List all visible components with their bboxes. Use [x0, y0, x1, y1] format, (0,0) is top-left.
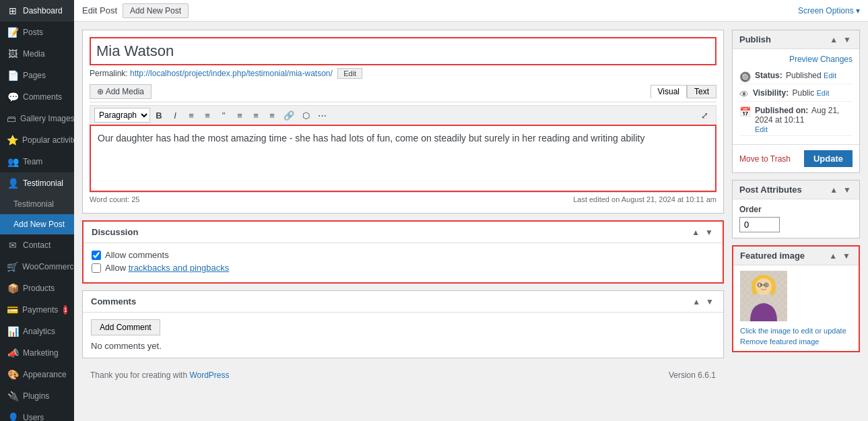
sidebar-item-team[interactable]: 👥 Team: [0, 151, 74, 172]
italic-button[interactable]: I: [168, 109, 182, 122]
comments-collapse-up[interactable]: ▲: [691, 297, 702, 306]
editor-content-area[interactable]: Our daughter has had the most amazing ti…: [90, 125, 716, 192]
publish-box-footer: Move to Trash Update: [733, 144, 859, 172]
publish-collapse-up[interactable]: ▲: [828, 35, 839, 44]
publish-collapse-down[interactable]: ▼: [842, 35, 853, 44]
sidebar-submenu-item-add-new[interactable]: Add New Post: [0, 214, 74, 234]
order-input[interactable]: [739, 217, 780, 232]
sidebar-submenu-item-testimonial[interactable]: Testimonial: [0, 194, 74, 214]
editor-footer: Word count: 25 Last edited on August 21,…: [90, 192, 716, 206]
wordpress-link[interactable]: WordPress: [189, 370, 229, 380]
discussion-box: Discussion ▲ ▼ Allow comments Allow trac…: [82, 220, 724, 284]
discussion-header[interactable]: Discussion ▲ ▼: [84, 222, 723, 243]
paragraph-select[interactable]: Paragraph: [94, 108, 150, 123]
sidebar-item-pages[interactable]: 📄 Pages: [0, 65, 74, 86]
add-comment-button[interactable]: Add Comment: [91, 319, 160, 335]
ol-button[interactable]: ≡: [200, 109, 215, 122]
trackbacks-link[interactable]: trackbacks and pingbacks: [129, 263, 230, 273]
comments-controls: ▲ ▼: [691, 297, 715, 306]
comments-collapse-down[interactable]: ▼: [704, 297, 715, 306]
click-to-edit-link[interactable]: Click the image to edit or update: [740, 327, 852, 335]
testimonial-submenu: Testimonial Add New Post: [0, 194, 74, 234]
preview-changes-button[interactable]: Preview Changes: [739, 55, 853, 64]
sidebar-item-dashboard[interactable]: ⊞ Dashboard: [0, 0, 74, 22]
sidebar-item-posts[interactable]: 📝 Posts: [0, 22, 74, 43]
align-center-button[interactable]: ≡: [248, 109, 263, 122]
allow-trackbacks-checkbox[interactable]: [92, 263, 101, 273]
permalink-edit-button[interactable]: Edit: [337, 68, 362, 79]
move-to-trash-link[interactable]: Move to Trash: [739, 154, 791, 164]
publish-box-title: Publish: [739, 34, 771, 44]
editor-content-text: Our daughter has had the most amazing ti…: [98, 133, 644, 143]
post-editor-box: Permalink: http://localhost/project/inde…: [82, 30, 724, 214]
sidebar-item-label: Marketing: [23, 348, 59, 358]
discussion-collapse-up[interactable]: ▲: [690, 228, 701, 237]
featured-image-collapse-up[interactable]: ▲: [828, 251, 838, 261]
products-icon: 📦: [7, 283, 19, 294]
link-button[interactable]: 🔗: [281, 109, 297, 122]
analytics-icon: 📊: [7, 326, 19, 337]
featured-image-header: Featured image ▲ ▼: [733, 247, 859, 265]
align-right-button[interactable]: ≡: [265, 109, 279, 122]
visual-tab[interactable]: Visual: [650, 85, 687, 98]
screen-options-button[interactable]: Screen Options ▾: [798, 6, 860, 15]
more-button[interactable]: ⋯: [314, 109, 329, 122]
comments-section: Comments ▲ ▼ Add Comment No comments yet…: [82, 290, 724, 358]
sidebar-item-analytics[interactable]: 📊 Analytics: [0, 321, 74, 342]
sidebar-item-media[interactable]: 🖼 Media: [0, 43, 74, 65]
sidebar-item-testimonial[interactable]: 👤 Testimonial: [0, 172, 74, 194]
allow-comments-checkbox[interactable]: [92, 251, 101, 260]
add-new-post-button[interactable]: Add New Post: [123, 3, 189, 18]
attributes-title: Post Attributes: [739, 185, 802, 195]
fullscreen-button[interactable]: ⤢: [697, 109, 712, 122]
sidebar-item-woocommerce[interactable]: 🛒 WooCommerce: [0, 256, 74, 278]
ul-button[interactable]: ≡: [184, 109, 199, 122]
update-button[interactable]: Update: [804, 150, 853, 167]
calendar-icon: 📅: [739, 106, 751, 117]
allow-trackbacks-row: Allow trackbacks and pingbacks: [92, 263, 714, 273]
sidebar-item-appearance[interactable]: 🎨 Appearance: [0, 364, 74, 385]
text-tab[interactable]: Text: [687, 85, 716, 98]
align-left-button[interactable]: ≡: [232, 109, 247, 122]
sidebar-item-plugins[interactable]: 🔌 Plugins: [0, 385, 74, 407]
attributes-collapse-up[interactable]: ▲: [828, 185, 839, 195]
add-media-button[interactable]: ⊕ Add Media: [90, 84, 152, 99]
publish-box: Publish ▲ ▼ Preview Changes 🔘 Status: Pu…: [732, 30, 860, 173]
sidebar-item-popular[interactable]: ⭐ Popular activites: [0, 129, 74, 151]
insert-button[interactable]: ⬡: [298, 109, 313, 122]
version-text: Version 6.6.1: [669, 370, 716, 380]
sidebar: ⊞ Dashboard 📝 Posts 🖼 Media 📄 Pages 💬 Co…: [0, 0, 74, 421]
visibility-edit-link[interactable]: Edit: [817, 89, 830, 97]
blockquote-button[interactable]: ": [216, 109, 231, 122]
status-value: Published: [786, 71, 822, 80]
footer-text: Thank you for creating with WordPress: [90, 370, 230, 380]
featured-image-thumbnail[interactable]: [740, 271, 787, 321]
sidebar-item-contact[interactable]: ✉ Contact: [0, 234, 74, 256]
remove-featured-image-link[interactable]: Remove featured image: [740, 337, 852, 346]
status-edit-link[interactable]: Edit: [824, 71, 836, 79]
sidebar-item-marketing[interactable]: 📣 Marketing: [0, 342, 74, 364]
sidebar-item-comments[interactable]: 💬 Comments: [0, 86, 74, 108]
sidebar-item-products[interactable]: 📦 Products: [0, 278, 74, 299]
discussion-collapse-down[interactable]: ▼: [704, 228, 714, 237]
published-row: 📅 Published on: Aug 21, 2024 at 10:11 Ed…: [739, 104, 853, 136]
right-sidebar: Publish ▲ ▼ Preview Changes 🔘 Status: Pu…: [732, 30, 860, 413]
publish-box-body: Preview Changes 🔘 Status: Published Edit…: [733, 49, 859, 144]
posts-icon: 📝: [7, 27, 19, 38]
post-title-input[interactable]: [90, 37, 716, 65]
sidebar-item-gallery[interactable]: 🗃 Gallery Images: [0, 108, 74, 129]
featured-image-collapse-down[interactable]: ▼: [841, 251, 852, 261]
published-edit-link[interactable]: Edit: [755, 125, 768, 133]
attributes-collapse-down[interactable]: ▼: [842, 185, 853, 195]
visibility-value: Public: [792, 88, 814, 98]
visibility-info: Visibility: Public Edit: [753, 88, 829, 98]
sidebar-item-payments[interactable]: 💳 Payments 1: [0, 299, 74, 321]
featured-image-box: Featured image ▲ ▼: [732, 245, 860, 352]
bold-button[interactable]: B: [152, 109, 166, 122]
sidebar-item-users[interactable]: 👤 Users: [0, 407, 74, 421]
attributes-body: Order: [733, 199, 859, 238]
visibility-row: 👁 Visibility: Public Edit: [739, 87, 853, 102]
discussion-title: Discussion: [92, 227, 138, 237]
formatting-toolbar: Paragraph B I ≡ ≡ " ≡ ≡ ≡ 🔗 ⬡ ⋯ ⤢: [90, 105, 716, 125]
permalink-link[interactable]: http://localhost/project/index.php/testi…: [130, 69, 333, 78]
